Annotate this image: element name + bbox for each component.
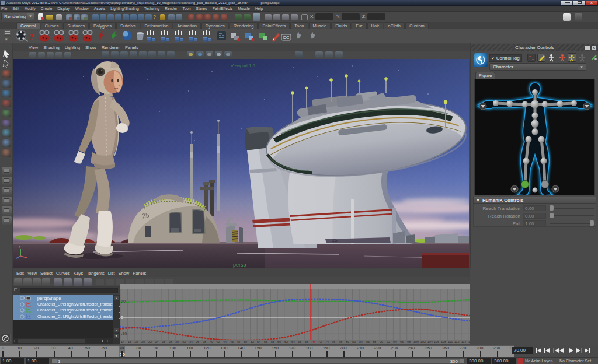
svg-text:Y: Y (19, 245, 21, 249)
svg-text:-10: -10 (121, 332, 127, 336)
svg-text:persp: persp (233, 262, 246, 268)
svg-text:?: ? (29, 32, 34, 43)
svg-text:0: 0 (121, 316, 123, 320)
svg-text:25: 25 (141, 211, 150, 219)
svg-text:CC: CC (283, 35, 290, 40)
svg-text:Viewport 1.0: Viewport 1.0 (231, 63, 255, 68)
svg-text:25: 25 (332, 237, 338, 243)
